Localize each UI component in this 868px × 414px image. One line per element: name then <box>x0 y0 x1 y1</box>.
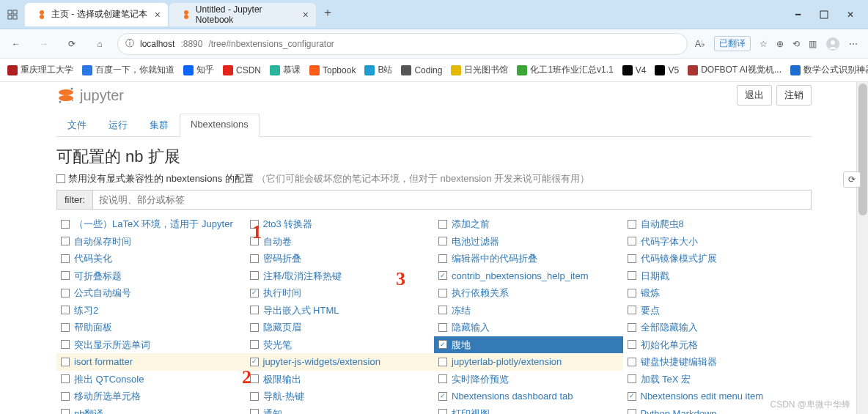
jupyter-tab-集群[interactable]: 集群 <box>139 114 180 137</box>
extension-item[interactable]: 帮助面板 <box>56 319 246 336</box>
extension-item[interactable]: 执行时间 <box>246 284 435 302</box>
favorite-icon[interactable]: ☆ <box>760 39 768 49</box>
extension-checkbox[interactable] <box>628 254 636 263</box>
extension-checkbox[interactable] <box>438 271 447 280</box>
translate-indicator[interactable]: 已翻译 <box>714 36 751 51</box>
forward-button[interactable]: → <box>34 34 54 54</box>
bookmark-item[interactable]: 知乎 <box>183 64 214 76</box>
extension-item[interactable]: 实时降价预览 <box>434 371 623 388</box>
jupyter-tab-运行[interactable]: 运行 <box>98 114 139 137</box>
logout-button[interactable]: 退出 <box>737 85 772 106</box>
extension-item[interactable]: 键盘快捷键编辑器 <box>623 353 812 371</box>
extension-item[interactable]: 要点 <box>623 302 812 319</box>
compat-toggle-row[interactable]: 禁用没有显式兼容性的 nbextensions 的配置 （它们可能会破坏您的笔记… <box>56 172 812 185</box>
extension-item[interactable]: jupyter-js-widgets/extension <box>246 353 435 371</box>
jupyter-tab-Nbextensions[interactable]: Nbextensions <box>180 114 260 137</box>
extension-item[interactable]: 密码折叠 <box>246 250 435 267</box>
extension-item[interactable]: 日期戳 <box>623 267 812 285</box>
extension-item[interactable]: 突出显示所选单词 <box>56 336 246 354</box>
bookmark-item[interactable]: CSDN <box>223 65 261 75</box>
extension-checkbox[interactable] <box>250 254 259 263</box>
site-info-icon[interactable]: ⓘ <box>125 37 134 50</box>
home-button[interactable]: ⌂ <box>89 34 110 54</box>
extension-checkbox[interactable] <box>438 306 447 314</box>
bookmark-item[interactable]: 慕课 <box>270 64 301 76</box>
new-tab-button[interactable]: ＋ <box>317 3 338 23</box>
extension-item[interactable]: 练习2 <box>56 302 246 319</box>
menu-icon[interactable]: ⋯ <box>849 39 858 49</box>
extension-item[interactable]: 自动保存时间 <box>56 233 246 251</box>
extension-checkbox[interactable] <box>250 271 259 280</box>
extension-checkbox[interactable] <box>250 237 259 245</box>
browser-tab-1[interactable]: 主页 - 选择或创建笔记本 × <box>25 3 168 26</box>
extension-item[interactable]: 导航-热键 <box>246 388 435 405</box>
url-input[interactable]: ⓘ localhost:8890/tree#nbextensions_confi… <box>117 33 688 55</box>
extension-item[interactable]: 初始化单元格 <box>623 336 812 354</box>
refresh-button[interactable]: ⟳ <box>62 34 82 54</box>
extension-item[interactable]: （一些）LaTeX 环境，适用于 Jupyter <box>56 215 246 233</box>
close-window-icon[interactable]: ✕ <box>845 9 856 21</box>
extension-item[interactable]: 隐藏输入 <box>434 319 623 336</box>
extension-item[interactable]: 电池过滤器 <box>434 233 623 251</box>
extension-item[interactable]: 自动卷 <box>246 233 435 251</box>
extension-item[interactable]: 导出嵌入式 HTML <box>246 302 435 319</box>
extension-checkbox[interactable] <box>438 323 447 332</box>
extension-checkbox[interactable] <box>250 392 259 401</box>
extension-checkbox[interactable] <box>61 306 70 314</box>
extension-checkbox[interactable] <box>250 306 259 314</box>
extension-item[interactable]: 全部隐藏输入 <box>623 319 812 336</box>
compat-checkbox[interactable] <box>56 174 65 183</box>
extension-checkbox[interactable] <box>438 340 447 349</box>
extension-checkbox[interactable] <box>438 409 447 414</box>
extension-item[interactable]: contrib_nbextensions_help_item <box>434 267 623 285</box>
extension-checkbox[interactable] <box>628 220 636 229</box>
extension-item[interactable]: 隐藏页眉 <box>246 319 435 336</box>
refresh-extensions-button[interactable]: ⟳ <box>843 171 861 188</box>
extension-checkbox[interactable] <box>438 289 447 297</box>
extension-item[interactable]: 代码字体大小 <box>623 233 812 251</box>
extension-item[interactable]: 注释/取消注释热键 <box>246 267 435 285</box>
filter-input[interactable] <box>93 191 811 209</box>
extension-checkbox[interactable] <box>61 392 70 401</box>
vertical-scrollbar[interactable] <box>856 82 868 414</box>
extension-item[interactable]: 代码美化 <box>56 250 246 267</box>
extension-checkbox[interactable] <box>628 358 636 366</box>
extension-checkbox[interactable] <box>250 358 259 366</box>
bookmark-item[interactable]: 百度一下，你就知道 <box>82 64 174 76</box>
extension-checkbox[interactable] <box>438 358 447 366</box>
quit-button[interactable]: 注销 <box>776 85 812 106</box>
extension-checkbox[interactable] <box>628 374 636 383</box>
extension-item[interactable]: 执行依赖关系 <box>434 284 623 302</box>
extension-checkbox[interactable] <box>438 254 447 263</box>
extension-item[interactable]: 打印视图 <box>434 405 623 415</box>
extension-item[interactable]: 冻结 <box>434 302 623 319</box>
extension-checkbox[interactable] <box>438 392 447 401</box>
bookmark-item[interactable]: B站 <box>364 64 392 76</box>
extension-checkbox[interactable] <box>438 220 447 229</box>
extension-item[interactable]: 代码镜像模式扩展 <box>623 250 812 267</box>
extension-checkbox[interactable] <box>628 306 636 314</box>
bookmark-item[interactable]: Coding <box>401 65 442 75</box>
bookmark-item[interactable]: V4 <box>622 65 647 75</box>
jupyter-logo[interactable]: jupyter <box>56 86 124 105</box>
extension-checkbox[interactable] <box>61 409 70 414</box>
extension-checkbox[interactable] <box>250 409 259 414</box>
extension-checkbox[interactable] <box>250 374 259 383</box>
extension-item[interactable]: nb翻译 <box>56 405 246 415</box>
bookmark-item[interactable]: 数学公式识别神器... <box>790 64 868 76</box>
extension-checkbox[interactable] <box>628 271 636 280</box>
extension-checkbox[interactable] <box>628 237 636 245</box>
extension-checkbox[interactable] <box>250 220 259 229</box>
jupyter-tab-文件[interactable]: 文件 <box>56 114 98 137</box>
extension-checkbox[interactable] <box>250 340 259 349</box>
split-icon[interactable]: ▥ <box>809 39 817 49</box>
extension-checkbox[interactable] <box>61 220 70 229</box>
bookmark-item[interactable]: 重庆理工大学 <box>7 64 73 76</box>
extension-item[interactable]: 锻炼 <box>623 284 812 302</box>
extension-item[interactable]: 极限输出 <box>246 371 435 388</box>
extension-checkbox[interactable] <box>628 289 636 297</box>
extension-item[interactable]: 通知 <box>246 405 435 415</box>
extension-checkbox[interactable] <box>61 237 70 245</box>
extension-item[interactable]: jupyterlab-plotly/extension <box>434 353 623 371</box>
extension-checkbox[interactable] <box>250 323 259 332</box>
